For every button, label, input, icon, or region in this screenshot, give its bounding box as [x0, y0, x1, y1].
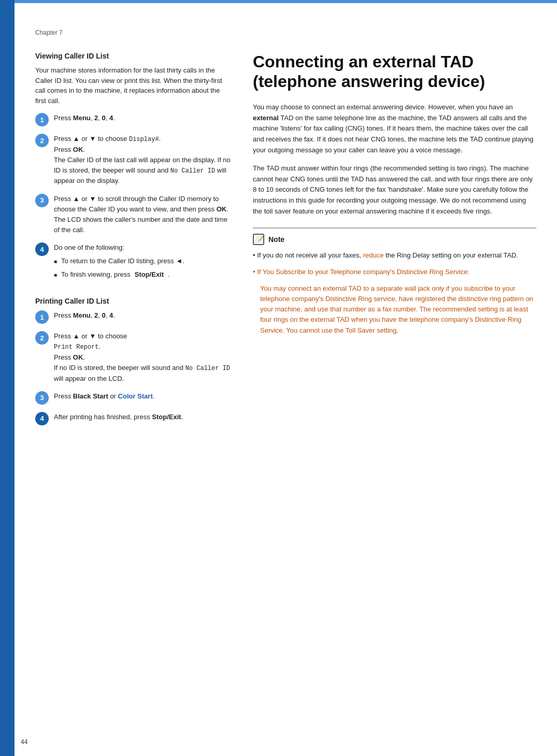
view-step-1: 1 Press Menu, 2, 0, 4. [35, 113, 232, 126]
view-step-4: 4 Do one of the following: To return to … [35, 243, 232, 282]
note-header: 📝 Note [253, 234, 536, 245]
code-display: Display# [129, 136, 159, 143]
section-printing-title: Printing Caller ID List [35, 297, 232, 305]
right-para2: The TAD must answer within four rings (t… [253, 163, 536, 217]
num-bold: 2 [94, 114, 98, 122]
view-step-3-content: Press ▲ or ▼ to scroll through the Calle… [54, 194, 232, 236]
print-step-number-4: 4 [35, 412, 49, 425]
step-number-2: 2 [35, 134, 49, 147]
page-number: 44 [21, 738, 27, 746]
print-step-4-content: After printing has finished, press Stop/… [54, 412, 232, 422]
menu-bold: Menu [73, 114, 91, 122]
view-step-3: 3 Press ▲ or ▼ to scroll through the Cal… [35, 194, 232, 236]
print-step-3-content: Press Black Start or Color Start. [54, 391, 232, 402]
view-step-2: 2 Press ▲ or ▼ to choose Display#. Press… [35, 134, 232, 187]
section-viewing-body: Your machine stores information for the … [35, 65, 232, 106]
print-step-2-content: Press ▲ or ▼ to choose Print Report. Pre… [54, 331, 232, 384]
black-start-bold: Black Start [73, 392, 108, 400]
ok-bold: OK [73, 146, 83, 153]
step-number-3: 3 [35, 194, 49, 207]
content-area: Chapter 7 Viewing Caller ID List Your ma… [15, 3, 557, 453]
note-item-1: If you do not receive all your faxes, re… [253, 250, 536, 261]
view-step-1-content: Press Menu, 2, 0, 4. [54, 113, 232, 123]
print-step-4: 4 After printing has finished, press Sto… [35, 412, 232, 425]
code-no-caller-2: No Caller ID [185, 365, 230, 372]
external-bold: external [253, 114, 279, 122]
page: Chapter 7 Viewing Caller ID List Your ma… [0, 0, 557, 756]
note-item-2: If You Subscribe to your Telephone compa… [253, 267, 536, 277]
bullet-finish: To finish viewing, press Stop/Exit. [54, 269, 232, 280]
view-step-4-content: Do one of the following: To return to th… [54, 243, 232, 282]
print-step-number-2: 2 [35, 331, 49, 345]
right-column: Connecting an external TAD (telephone an… [253, 52, 536, 433]
print-step-1: 1 Press Menu, 2, 0, 4. [35, 310, 232, 324]
note-box: 📝 Note If you do not receive all your fa… [253, 227, 536, 336]
color-start-bold: Color Start [118, 392, 153, 400]
note-subblock: You may connect an external TAD to a sep… [260, 283, 536, 336]
section-viewing: Viewing Caller ID List Your machine stor… [35, 52, 232, 282]
step-number-4: 4 [35, 243, 49, 256]
section-printing: Printing Caller ID List 1 Press Menu, 2,… [35, 297, 232, 425]
chapter-label: Chapter 7 [35, 29, 536, 36]
step-number-1: 1 [35, 113, 49, 126]
ok-bold-3: OK [217, 205, 227, 213]
reduce-highlight: reduce [363, 251, 384, 259]
section-viewing-title: Viewing Caller ID List [35, 52, 232, 60]
blue-sidebar [0, 0, 15, 756]
note-label: Note [268, 235, 284, 244]
print-step-number-3: 3 [35, 391, 49, 405]
print-step-3: 3 Press Black Start or Color Start. [35, 391, 232, 405]
print-step-1-content: Press Menu, 2, 0, 4. [54, 310, 232, 321]
bullet-return: To return to the Caller ID listing, pres… [54, 256, 232, 266]
right-para1: You may choose to connect an external an… [253, 102, 536, 156]
big-heading: Connecting an external TAD (telephone an… [253, 52, 536, 92]
note-icon: 📝 [253, 234, 264, 245]
left-column: Viewing Caller ID List Your machine stor… [35, 52, 232, 433]
print-step-number-1: 1 [35, 310, 49, 324]
code-print-report: Print Report [54, 344, 98, 351]
code-no-caller: No Caller ID [170, 167, 215, 175]
print-step-2: 2 Press ▲ or ▼ to choose Print Report. P… [35, 331, 232, 384]
view-step-2-content: Press ▲ or ▼ to choose Display#. Press O… [54, 134, 232, 187]
two-column-layout: Viewing Caller ID List Your machine stor… [35, 52, 536, 433]
view-step-4-bullets: To return to the Caller ID listing, pres… [54, 256, 232, 279]
